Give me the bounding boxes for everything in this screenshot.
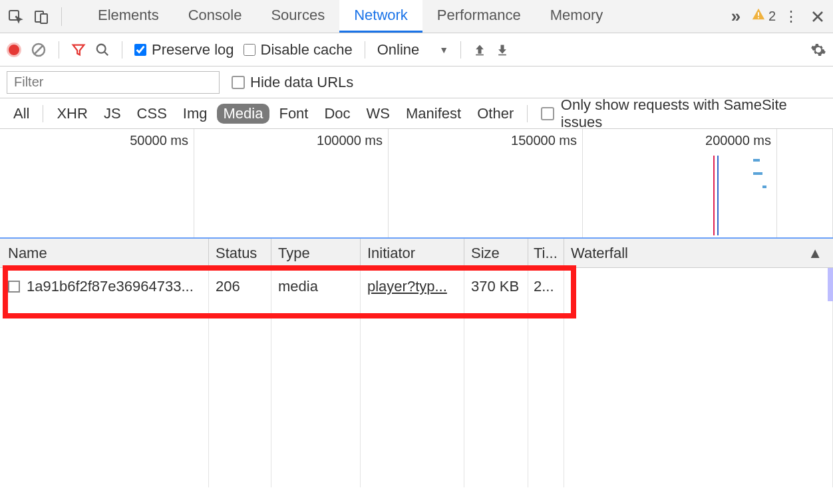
filter-bar: Hide data URLs bbox=[0, 66, 833, 98]
tab-console[interactable]: Console bbox=[174, 0, 257, 33]
type-media[interactable]: Media bbox=[217, 104, 270, 124]
type-all[interactable]: All bbox=[7, 104, 36, 124]
warnings-count[interactable]: 2 bbox=[751, 7, 776, 25]
request-type-bar: All XHR JS CSS Img Media Font Doc WS Man… bbox=[0, 98, 833, 129]
timeline-marker bbox=[717, 156, 719, 235]
col-waterfall-label: Waterfall bbox=[571, 245, 628, 262]
svg-rect-8 bbox=[498, 54, 506, 55]
type-js[interactable]: JS bbox=[97, 104, 128, 124]
type-img[interactable]: Img bbox=[176, 104, 214, 124]
preserve-log-input[interactable] bbox=[134, 44, 146, 56]
separator bbox=[61, 7, 62, 26]
throttling-value: Online bbox=[377, 41, 420, 59]
tab-memory[interactable]: Memory bbox=[536, 0, 617, 33]
svg-point-6 bbox=[97, 44, 106, 53]
disable-cache-label: Disable cache bbox=[261, 41, 353, 59]
tick-label: 100000 ms bbox=[317, 133, 383, 148]
clear-icon[interactable] bbox=[31, 42, 47, 58]
more-tabs-icon[interactable]: » bbox=[725, 5, 747, 28]
download-har-icon[interactable] bbox=[496, 43, 509, 57]
disable-cache-checkbox[interactable]: Disable cache bbox=[244, 41, 353, 59]
svg-rect-4 bbox=[758, 17, 759, 19]
col-type[interactable]: Type bbox=[271, 239, 361, 267]
checkbox-icon bbox=[232, 76, 245, 89]
svg-rect-2 bbox=[41, 14, 47, 23]
timeline-overview[interactable]: 50000 ms 100000 ms 150000 ms 200000 ms bbox=[0, 129, 833, 239]
preserve-log-checkbox[interactable]: Preserve log bbox=[134, 41, 234, 59]
disable-cache-input[interactable] bbox=[244, 44, 255, 56]
search-icon[interactable] bbox=[95, 43, 110, 57]
throttling-select[interactable]: Online ▼ bbox=[377, 41, 448, 59]
separator bbox=[365, 41, 365, 59]
close-icon[interactable] bbox=[806, 5, 829, 28]
filter-input[interactable] bbox=[7, 71, 220, 94]
tab-performance[interactable]: Performance bbox=[422, 0, 536, 33]
type-font[interactable]: Font bbox=[272, 104, 315, 124]
tick-label: 50000 ms bbox=[130, 133, 188, 148]
separator bbox=[43, 105, 43, 122]
hide-data-urls-checkbox[interactable]: Hide data URLs bbox=[232, 74, 353, 91]
settings-icon[interactable] bbox=[810, 42, 826, 58]
warnings-number: 2 bbox=[768, 9, 776, 24]
panel-tabs: Elements Console Sources Network Perform… bbox=[83, 0, 617, 33]
upload-har-icon[interactable] bbox=[473, 43, 486, 57]
separator bbox=[460, 41, 461, 59]
type-xhr[interactable]: XHR bbox=[50, 104, 94, 124]
filter-icon[interactable] bbox=[71, 43, 86, 57]
timeline-marker bbox=[713, 156, 715, 235]
record-button[interactable] bbox=[7, 43, 21, 57]
requests-table-body: 1a91b6f2f87e36964733... 206 media player… bbox=[0, 268, 833, 487]
separator bbox=[527, 105, 528, 122]
col-initiator[interactable]: Initiator bbox=[361, 239, 464, 267]
network-toolbar: Preserve log Disable cache Online ▼ bbox=[0, 33, 833, 66]
request-waterfall bbox=[564, 268, 833, 305]
request-status: 206 bbox=[209, 268, 271, 305]
timeline-requests bbox=[753, 159, 766, 199]
samesite-checkbox[interactable]: Only show requests with SameSite issues bbox=[541, 96, 826, 131]
request-row[interactable]: 1a91b6f2f87e36964733... 206 media player… bbox=[0, 268, 833, 305]
requests-table-header: Name Status Type Initiator Size Ti... Wa… bbox=[0, 239, 833, 268]
svg-rect-7 bbox=[476, 54, 484, 55]
type-doc[interactable]: Doc bbox=[317, 104, 357, 124]
sort-asc-icon: ▲ bbox=[808, 245, 822, 262]
preserve-log-label: Preserve log bbox=[152, 41, 234, 59]
type-ws[interactable]: WS bbox=[360, 104, 397, 124]
hide-data-urls-label: Hide data URLs bbox=[250, 74, 353, 91]
request-type: media bbox=[271, 268, 361, 305]
request-size: 370 KB bbox=[464, 268, 528, 305]
file-icon bbox=[8, 281, 20, 293]
device-toggle-icon[interactable] bbox=[31, 5, 53, 28]
kebab-menu-icon[interactable]: ⋮ bbox=[780, 5, 802, 28]
devtools-tabbar: Elements Console Sources Network Perform… bbox=[0, 0, 833, 33]
tab-elements[interactable]: Elements bbox=[83, 0, 174, 33]
warning-icon bbox=[751, 7, 766, 25]
separator bbox=[59, 41, 59, 59]
type-manifest[interactable]: Manifest bbox=[399, 104, 468, 124]
chevron-down-icon: ▼ bbox=[439, 45, 448, 55]
type-other[interactable]: Other bbox=[470, 104, 520, 124]
request-name: 1a91b6f2f87e36964733... bbox=[27, 278, 194, 295]
tick-label: 150000 ms bbox=[511, 133, 577, 148]
inspect-icon[interactable] bbox=[4, 5, 27, 28]
tab-network[interactable]: Network bbox=[339, 0, 422, 33]
samesite-label: Only show requests with SameSite issues bbox=[561, 96, 826, 131]
col-status[interactable]: Status bbox=[209, 239, 271, 267]
checkbox-icon bbox=[541, 107, 554, 120]
svg-rect-3 bbox=[758, 12, 759, 15]
col-time[interactable]: Ti... bbox=[528, 239, 564, 267]
col-name[interactable]: Name bbox=[0, 239, 209, 267]
col-waterfall[interactable]: Waterfall ▲ bbox=[564, 245, 833, 262]
col-size[interactable]: Size bbox=[464, 239, 528, 267]
separator bbox=[122, 41, 122, 59]
request-initiator[interactable]: player?typ... bbox=[367, 278, 447, 295]
tick-label: 200000 ms bbox=[705, 133, 771, 148]
tab-sources[interactable]: Sources bbox=[256, 0, 339, 33]
request-time: 2... bbox=[528, 268, 564, 305]
type-css[interactable]: CSS bbox=[130, 104, 174, 124]
